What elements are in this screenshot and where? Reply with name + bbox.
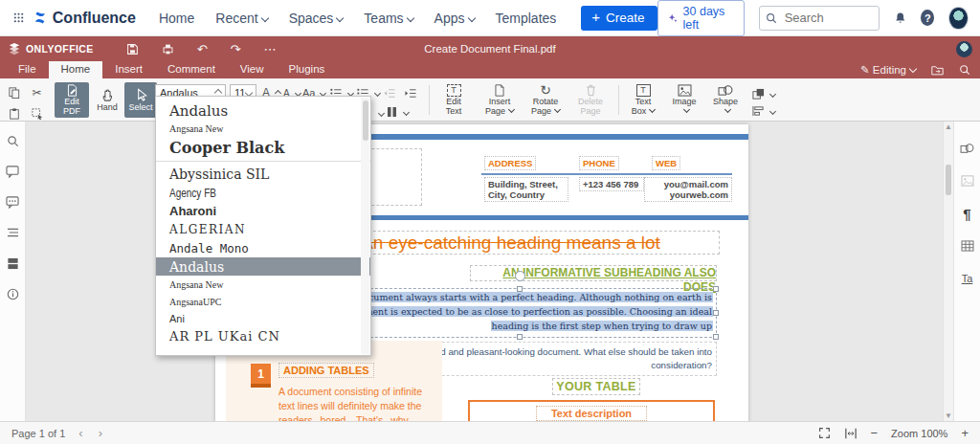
font-item[interactable]: Ani	[156, 310, 370, 326]
font-item[interactable]: Cooper Black	[156, 137, 370, 158]
zoom-out-button[interactable]: −	[871, 426, 879, 440]
rotate-page-button[interactable]: ↻ Rotate Page	[524, 82, 567, 118]
font-item[interactable]: Agency FB	[156, 184, 370, 202]
resize-handle[interactable]	[713, 310, 719, 316]
tab-view[interactable]: View	[228, 61, 277, 78]
onlyoffice-logo-icon	[8, 42, 21, 56]
font-item-selected[interactable]: Andalus	[156, 257, 370, 276]
select-tool-button[interactable]: Select	[124, 82, 157, 118]
previous-page-button[interactable]: ‹	[78, 426, 82, 440]
undo-icon[interactable]: ↶	[197, 43, 208, 56]
nav-apps[interactable]: Apps	[434, 11, 475, 26]
tab-file[interactable]: File	[6, 61, 49, 78]
font-item[interactable]: Angsana New	[156, 276, 370, 293]
font-item[interactable]: ALGERIAN	[156, 220, 370, 238]
scroll-down-arrow[interactable]: ▼	[944, 411, 953, 420]
document-table[interactable]: Text description	[468, 400, 715, 421]
font-item[interactable]: Angsana New	[156, 121, 370, 137]
notifications-bell-icon[interactable]	[894, 11, 906, 26]
line-spacing-chevron[interactable]	[375, 104, 384, 122]
app-switcher-icon[interactable]	[13, 10, 24, 26]
create-button[interactable]: + Create	[581, 6, 657, 31]
hand-tool-button[interactable]: Hand	[92, 82, 122, 118]
fit-width-button[interactable]	[844, 428, 858, 439]
edit-pdf-button[interactable]: Edit PDF	[55, 82, 89, 118]
search-input[interactable]	[783, 10, 873, 26]
phone-value: +123 456 789	[579, 177, 644, 191]
section-text[interactable]: A document consisting of infinite text l…	[278, 385, 434, 421]
sidebar-headings-icon[interactable]	[5, 225, 20, 240]
font-item[interactable]: AR PL UKai CN	[156, 326, 370, 345]
font-item[interactable]: Andalus	[156, 100, 370, 121]
increase-indent-button[interactable]	[404, 84, 417, 101]
tab-insert[interactable]: Insert	[102, 61, 155, 78]
find-icon[interactable]	[959, 64, 970, 76]
font-item[interactable]: Aharoni	[156, 202, 370, 220]
text-art-settings-icon[interactable]: Ta	[960, 271, 975, 286]
nav-home[interactable]: Home	[159, 11, 194, 26]
print-icon[interactable]	[162, 43, 174, 56]
sidebar-chat-icon[interactable]	[5, 194, 20, 210]
zoom-in-button[interactable]: +	[961, 426, 969, 440]
arrange-shape-button[interactable]	[752, 85, 775, 102]
trial-days-badge[interactable]: 30 days left	[657, 0, 745, 36]
nav-templates[interactable]: Templates	[496, 11, 557, 26]
table-settings-icon[interactable]	[960, 238, 975, 254]
sidebar-about-icon[interactable]	[5, 286, 20, 301]
fit-page-button[interactable]	[818, 427, 831, 439]
shape-button[interactable]: Shape	[706, 82, 745, 118]
more-actions-icon[interactable]: ⋯	[264, 43, 277, 56]
scroll-up-arrow[interactable]: ▲	[944, 122, 953, 131]
tab-comment[interactable]: Comment	[155, 61, 228, 78]
image-button[interactable]: Image	[666, 82, 702, 118]
sidebar-thumbnails-icon[interactable]	[5, 255, 20, 271]
edit-text-button[interactable]: T Edit Text	[435, 82, 472, 118]
font-item[interactable]: Abyssinica SIL	[156, 165, 370, 184]
image-settings-icon[interactable]	[960, 173, 975, 189]
tab-home[interactable]: Home	[49, 61, 103, 78]
user-avatar[interactable]	[948, 7, 969, 30]
scrollbar-thumb[interactable]	[946, 165, 951, 195]
tab-plugins[interactable]: Plugins	[277, 61, 338, 78]
global-search[interactable]	[759, 6, 880, 31]
nav-spaces[interactable]: Spaces	[289, 11, 344, 26]
nav-teams[interactable]: Teams	[364, 11, 412, 26]
cut-icon[interactable]: ✂	[30, 85, 44, 100]
selected-text-box[interactable]: A perfect document always starts with a …	[323, 288, 717, 338]
sidebar-comments-icon[interactable]	[5, 164, 20, 179]
right-sidebar: ¶ Ta	[953, 122, 980, 421]
resize-handle[interactable]	[713, 334, 719, 340]
dropdown-scrollbar-thumb[interactable]	[363, 100, 368, 141]
open-file-location-icon[interactable]	[931, 64, 944, 76]
document-scrollbar[interactable]: ▲ ▼	[943, 122, 953, 421]
copy-icon[interactable]	[7, 85, 21, 100]
delete-page-button[interactable]: Delete Page	[570, 82, 611, 118]
font-item[interactable]: Andale Mono	[156, 238, 370, 257]
nav-recent[interactable]: Recent	[215, 11, 267, 26]
text-box-button[interactable]: T Text Box	[624, 82, 662, 118]
redo-icon[interactable]: ↷	[231, 43, 241, 56]
next-page-button[interactable]: ›	[99, 426, 102, 440]
dropdown-scrollbar[interactable]	[361, 98, 369, 354]
table-title[interactable]: YOUR TABLE	[552, 378, 640, 395]
zoom-level[interactable]: Zoom 100%	[891, 428, 947, 439]
table-header-cell[interactable]: Text description	[536, 406, 647, 421]
insert-page-button[interactable]: Insert Page	[479, 82, 521, 118]
paragraph-settings-icon[interactable]: ¶	[960, 206, 975, 221]
help-icon[interactable]: ?	[921, 10, 934, 26]
select-all-icon[interactable]	[30, 106, 44, 121]
decrease-indent-button[interactable]	[383, 84, 396, 101]
rotate-handle[interactable]	[515, 271, 525, 281]
shape-settings-icon[interactable]	[960, 141, 975, 156]
resize-handle[interactable]	[713, 286, 719, 292]
document-subheading[interactable]: AN INFORMATIVE SUBHEADING ALSO DOES	[470, 265, 717, 281]
paste-icon[interactable]	[7, 106, 21, 121]
save-icon[interactable]	[126, 43, 139, 56]
font-item[interactable]: AngsanaUPC	[156, 293, 370, 310]
columns-button[interactable]	[387, 103, 409, 121]
editing-mode-button[interactable]: ✎ Editing	[860, 63, 916, 77]
align-shape-button[interactable]	[752, 102, 775, 120]
section-title[interactable]: ADDING TABLES	[278, 363, 374, 378]
sidebar-search-icon[interactable]	[5, 133, 20, 148]
resize-handle[interactable]	[517, 334, 523, 340]
